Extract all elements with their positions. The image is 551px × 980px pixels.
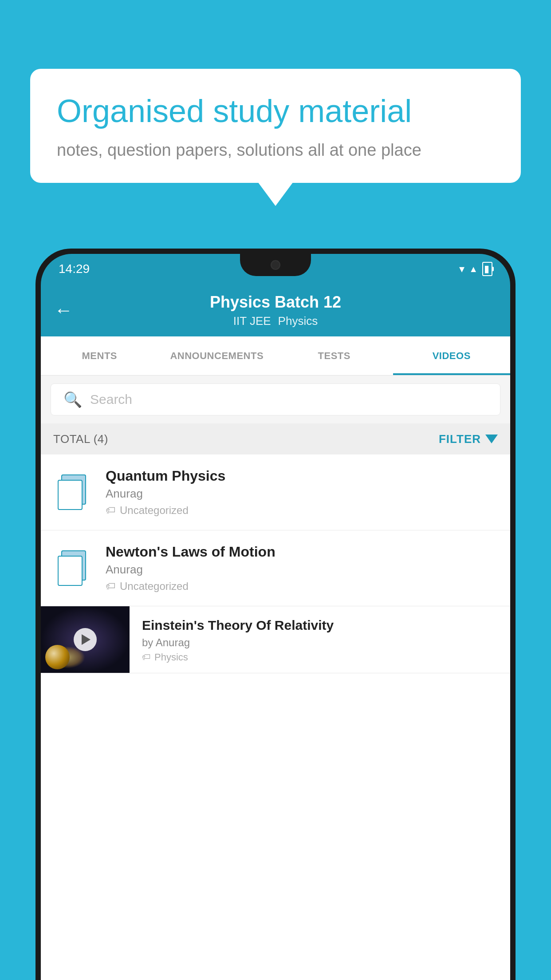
item-author: Anurag	[106, 487, 498, 501]
search-container: 🔍 Search	[41, 375, 510, 423]
total-label: TOTAL (4)	[53, 432, 108, 446]
folder-icon	[58, 474, 89, 510]
play-icon	[82, 634, 91, 645]
search-box[interactable]: 🔍 Search	[51, 383, 500, 415]
tab-bar: MENTS ANNOUNCEMENTS TESTS VIDEOS	[41, 336, 510, 375]
bubble-subtitle: notes, question papers, solutions all at…	[57, 141, 494, 160]
status-icons: ▾ ▲ ▮	[459, 262, 492, 276]
item-title: Newton's Laws of Motion	[106, 544, 498, 560]
phone-frame: 14:29 ▾ ▲ ▮ ← Physics Batch 12 IIT JEE P…	[35, 249, 516, 980]
search-icon: 🔍	[63, 391, 82, 408]
notch	[240, 254, 311, 276]
item-info: Quantum Physics Anurag 🏷 Uncategorized	[106, 468, 498, 517]
bubble-title: Organised study material	[57, 92, 494, 130]
item-tag: 🏷 Uncategorized	[106, 580, 498, 593]
page-front	[58, 556, 83, 586]
item-title: Quantum Physics	[106, 468, 498, 484]
status-time: 14:29	[59, 262, 90, 276]
folder-icon	[58, 550, 89, 586]
item-icon	[53, 548, 93, 588]
video-thumbnail	[41, 606, 130, 673]
content-list: Quantum Physics Anurag 🏷 Uncategorized	[41, 454, 510, 980]
filter-bar: TOTAL (4) FILTER	[41, 423, 510, 454]
tab-videos[interactable]: VIDEOS	[393, 336, 511, 375]
item-info: Newton's Laws of Motion Anurag 🏷 Uncateg…	[106, 544, 498, 593]
header-subtitle: IIT JEE Physics	[233, 314, 318, 328]
tab-announcements[interactable]: ANNOUNCEMENTS	[158, 336, 276, 375]
thumb-tag: 🏷 Physics	[142, 652, 498, 663]
signal-icon: ▲	[469, 264, 478, 274]
thumb-tag-text: Physics	[154, 652, 188, 663]
tag-icon: 🏷	[106, 581, 115, 592]
camera	[271, 260, 280, 270]
speech-bubble: Organised study material notes, question…	[30, 69, 521, 183]
list-item-thumb[interactable]: Einstein's Theory Of Relativity by Anura…	[41, 606, 510, 673]
wifi-icon: ▾	[459, 263, 464, 275]
play-button[interactable]	[74, 628, 97, 651]
battery-icon: ▮	[482, 262, 492, 276]
thumb-info: Einstein's Theory Of Relativity by Anura…	[142, 616, 498, 663]
speech-bubble-container: Organised study material notes, question…	[30, 69, 521, 183]
header-subtitle2: Physics	[278, 314, 318, 328]
header-title: Physics Batch 12	[210, 293, 341, 312]
phone-inner: 14:29 ▾ ▲ ▮ ← Physics Batch 12 IIT JEE P…	[41, 254, 510, 980]
list-item[interactable]: Quantum Physics Anurag 🏷 Uncategorized	[41, 454, 510, 530]
thumb-tag-icon: 🏷	[142, 652, 151, 662]
tag-icon: 🏷	[106, 505, 115, 516]
tab-tests[interactable]: TESTS	[276, 336, 393, 375]
item-icon	[53, 472, 93, 512]
app-header: ← Physics Batch 12 IIT JEE Physics	[41, 284, 510, 336]
page-front	[58, 480, 83, 510]
filter-icon	[485, 435, 498, 443]
header-subtitle1: IIT JEE	[233, 314, 271, 328]
item-author: Anurag	[106, 563, 498, 577]
tag-text: Uncategorized	[120, 504, 189, 517]
thumb-sphere	[45, 645, 70, 669]
filter-button[interactable]: FILTER	[439, 432, 498, 446]
item-tag: 🏷 Uncategorized	[106, 504, 498, 517]
filter-label: FILTER	[439, 432, 481, 446]
back-button[interactable]: ←	[54, 300, 73, 321]
thumb-author: by Anurag	[142, 636, 498, 649]
list-item[interactable]: Newton's Laws of Motion Anurag 🏷 Uncateg…	[41, 530, 510, 606]
tab-ments[interactable]: MENTS	[41, 336, 158, 375]
search-placeholder: Search	[90, 392, 132, 407]
tag-text: Uncategorized	[120, 580, 189, 593]
thumb-title: Einstein's Theory Of Relativity	[142, 616, 498, 634]
